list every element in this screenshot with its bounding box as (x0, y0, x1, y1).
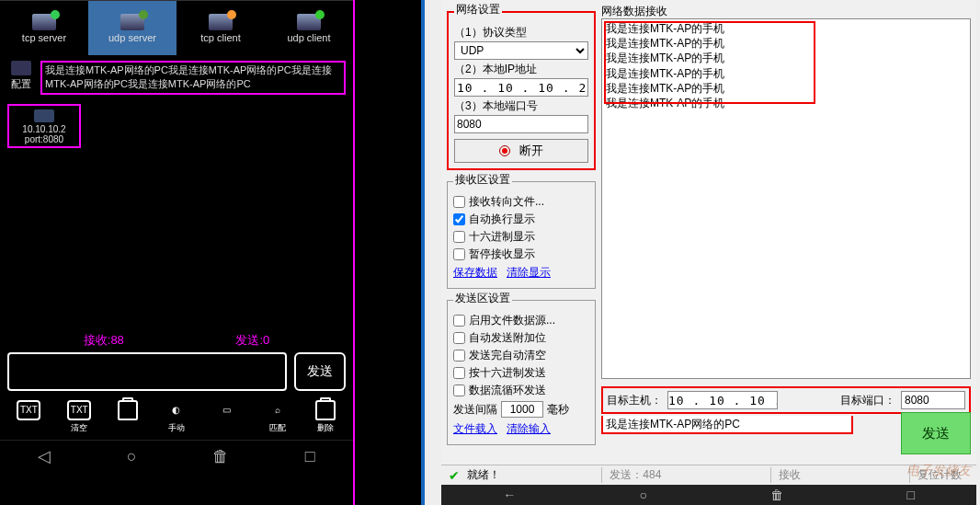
peer-port: port:8080 (11, 134, 77, 144)
target-host-label: 目标主机： (607, 393, 662, 408)
target-row: 目标主机： 目标端口： (601, 386, 971, 414)
target-host-input[interactable] (667, 391, 778, 409)
tool-txt-clear[interactable]: TXT清空 (67, 400, 91, 434)
tool-camera[interactable]: ▭ (215, 400, 239, 434)
send-settings-group: 发送区设置 启用文件数据源... 自动发送附加位 发送完自动清空 按十六进制发送… (447, 293, 596, 445)
opt-file-source[interactable]: 启用文件数据源... (453, 312, 589, 329)
send-row: 发送 (0, 349, 353, 395)
tab-label: udp client (287, 32, 330, 43)
checkbox[interactable] (453, 350, 465, 362)
recv-line: 我是连接MTK-AP的手机 (606, 81, 966, 96)
tab-udp-client[interactable]: udp client (265, 0, 353, 55)
windows-navbar: ← ○ 🗑 □ (441, 485, 976, 505)
home-icon[interactable]: ○ (127, 447, 137, 466)
trash-icon (118, 400, 138, 420)
network-settings-group: 网络设置 （1）协议类型 UDP （2）本地IP地址 （3）本地端口号 断开 (447, 4, 596, 170)
opt-auto-clear[interactable]: 发送完自动清空 (453, 347, 589, 364)
save-data-link[interactable]: 保存数据 (453, 265, 497, 281)
tab-tcp-client[interactable]: tcp client (177, 0, 265, 55)
disconnect-label: 断开 (519, 143, 543, 159)
mobile-panel: tcp server udp server tcp client udp cli… (0, 0, 355, 505)
aperture-icon: ◐ (165, 400, 188, 420)
tab-label: udp server (108, 32, 156, 43)
tool-delete[interactable]: 删除 (315, 400, 336, 434)
config-row: 配置 我是连接MTK-AP网络的PC我是连接MTK-AP网络的PC我是连接MTK… (0, 55, 353, 100)
checkbox[interactable] (453, 332, 465, 344)
message-input[interactable] (7, 352, 287, 391)
receive-area: 网络数据接收 我是连接MTK-AP的手机 我是连接MTK-AP的手机 我是连接M… (601, 4, 971, 379)
reset-counter-button[interactable]: 复位计数 (909, 467, 969, 483)
opt-auto-append[interactable]: 自动发送附加位 (453, 329, 589, 347)
interval-input[interactable] (501, 401, 543, 418)
opt-recv-to-file[interactable]: 接收转向文件... (453, 193, 589, 211)
tab-tcp-server[interactable]: tcp server (0, 0, 88, 55)
target-port-input[interactable] (901, 391, 965, 409)
opt-label: 十六进制显示 (469, 229, 535, 245)
config-label: 配置 (11, 77, 31, 91)
clear-input-link[interactable]: 清除输入 (507, 421, 551, 437)
local-port-label: （3）本地端口号 (454, 98, 588, 114)
send-button-win[interactable]: 发送 (901, 412, 971, 454)
tool-trash[interactable] (118, 400, 138, 434)
back-icon[interactable]: ◁ (38, 446, 51, 466)
local-port-input[interactable] (454, 115, 588, 133)
tool-label: 清空 (71, 422, 87, 434)
opt-label: 自动发送附加位 (469, 330, 546, 346)
receive-header: 网络数据接收 (601, 4, 971, 18)
checkbox[interactable] (453, 196, 465, 208)
trash-icon-win[interactable]: 🗑 (770, 488, 783, 502)
android-navbar: ◁ ○ 🗑 □ (0, 440, 353, 473)
interval-unit: 毫秒 (547, 402, 569, 418)
back-icon[interactable]: ← (503, 488, 516, 502)
local-ip-label: （2）本地IP地址 (454, 62, 588, 77)
trash-icon (315, 400, 336, 420)
trash-nav-icon[interactable]: 🗑 (212, 447, 229, 466)
opt-hex-display[interactable]: 十六进制显示 (453, 228, 589, 246)
checkbox[interactable] (453, 367, 465, 379)
device-icon (34, 109, 54, 122)
recent-icon[interactable]: □ (305, 447, 315, 466)
opt-auto-wrap[interactable]: 自动换行显示 (453, 211, 589, 228)
tab-label: tcp client (200, 32, 240, 43)
checkbox[interactable] (453, 315, 465, 327)
tool-manual[interactable]: ◐手动 (165, 400, 188, 434)
checkbox[interactable] (453, 384, 465, 396)
tab-udp-server[interactable]: udp server (88, 0, 177, 55)
opt-hex-send[interactable]: 按十六进制发送 (453, 364, 589, 382)
status-tx: 发送：484 (601, 467, 668, 483)
protocol-select[interactable]: UDP (454, 41, 588, 60)
tool-match[interactable]: ⌕匹配 (266, 400, 290, 434)
settings-column: 网络设置 （1）协议类型 UDP （2）本地IP地址 （3）本地端口号 断开 接… (447, 4, 596, 449)
opt-pause-recv[interactable]: 暂停接收显示 (453, 246, 589, 263)
receive-textarea[interactable]: 我是连接MTK-AP的手机 我是连接MTK-AP的手机 我是连接MTK-AP的手… (601, 18, 971, 379)
recent-icon-win[interactable]: □ (906, 488, 914, 502)
opt-label: 发送完自动清空 (469, 348, 546, 363)
disconnect-button[interactable]: 断开 (454, 139, 588, 163)
receive-settings-group: 接收区设置 接收转向文件... 自动换行显示 十六进制显示 暂停接收显示 保存数… (447, 174, 596, 289)
record-icon (499, 145, 510, 156)
recv-line: 我是连接MTK-AP的手机 (606, 66, 966, 81)
send-text-input[interactable] (601, 416, 853, 434)
mode-tabs: tcp server udp server tcp client udp cli… (0, 0, 353, 55)
tool-label: 删除 (317, 422, 334, 434)
tx-counter: 发送:0 (235, 332, 269, 349)
config-button[interactable]: 配置 (7, 61, 35, 91)
checkbox[interactable] (453, 213, 465, 225)
home-icon-win[interactable]: ○ (639, 488, 646, 502)
windows-panel: 网络设置 （1）协议类型 UDP （2）本地IP地址 （3）本地端口号 断开 接… (421, 0, 980, 505)
send-button[interactable]: 发送 (294, 352, 346, 391)
file-load-link[interactable]: 文件载入 (453, 421, 497, 437)
opt-loop-send[interactable]: 数据流循环发送 (453, 382, 589, 399)
clear-display-link[interactable]: 清除显示 (507, 265, 551, 281)
received-message: 我是连接MTK-AP网络的PC我是连接MTK-AP网络的PC我是连接MTK-AP… (40, 61, 346, 95)
client-icon (297, 14, 321, 30)
config-icon (11, 61, 31, 75)
connection-info[interactable]: 10.10.10.2 port:8080 (7, 104, 81, 148)
send-links: 文件载入 清除输入 (453, 419, 589, 439)
checkbox[interactable] (453, 231, 465, 243)
checkbox[interactable] (453, 248, 465, 260)
local-ip-input[interactable] (454, 78, 588, 97)
target-port-label: 目标端口： (840, 393, 895, 408)
status-bar: ✔ 就绪！ 发送：484 接收 复位计数 (441, 465, 976, 485)
tool-txt[interactable]: TXT (17, 400, 40, 434)
